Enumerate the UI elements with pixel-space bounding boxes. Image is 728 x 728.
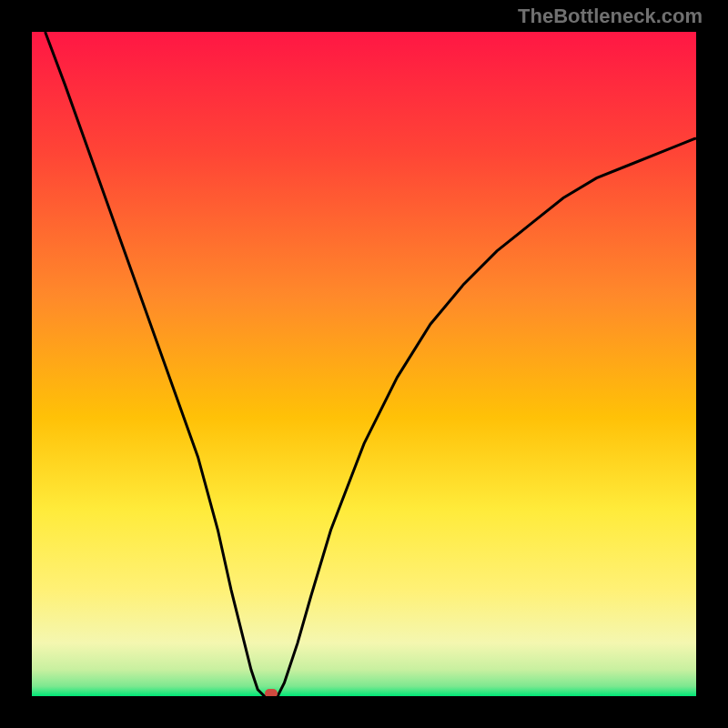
optimal-point-marker <box>265 689 278 696</box>
bottleneck-curve <box>32 32 696 696</box>
chart-plot-area <box>32 32 696 696</box>
chart-container: TheBottleneck.com <box>0 0 728 728</box>
attribution-label: TheBottleneck.com <box>518 5 703 28</box>
